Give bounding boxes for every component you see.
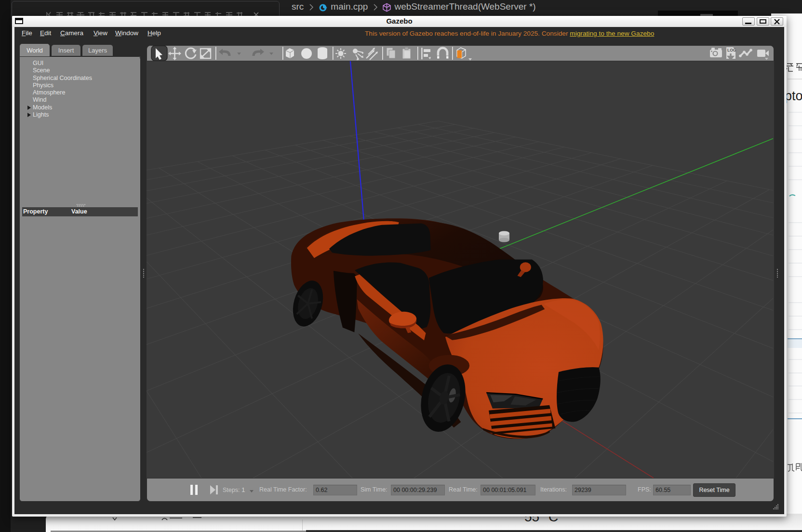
svg-text:pto: pto bbox=[785, 89, 802, 103]
svg-text:LOG: LOG bbox=[727, 48, 736, 53]
